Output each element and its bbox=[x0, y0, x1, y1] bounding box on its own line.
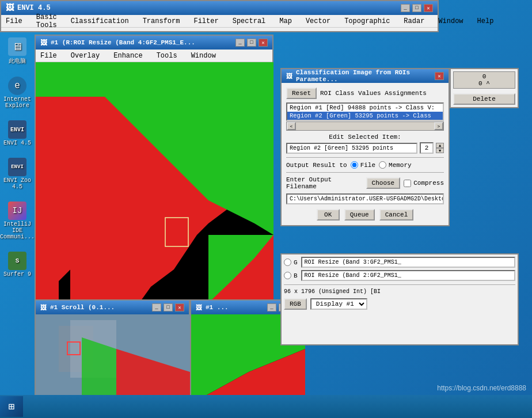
desktop-icon-intellij[interactable]: IJ IntelliJ IDECommuni... bbox=[3, 202, 32, 240]
number-spinner[interactable]: ▲ ▼ bbox=[436, 143, 444, 153]
roi-label: ROI Class Values Assignments bbox=[320, 90, 427, 97]
desktop-icon-ie[interactable]: e InternetExplore bbox=[3, 77, 32, 109]
desktop-icon-envi-zoo[interactable]: ENVI ENVI Zoo4.5 bbox=[3, 158, 32, 190]
scroll-max-btn[interactable]: □ bbox=[164, 303, 173, 311]
file-radio[interactable] bbox=[351, 161, 358, 169]
compress-checkbox[interactable] bbox=[404, 180, 411, 187]
dialog-icon: 🖼 bbox=[286, 73, 292, 80]
svg-marker-4 bbox=[36, 62, 273, 97]
img1-close-btn[interactable]: ✕ bbox=[259, 39, 268, 47]
output-row: Output Result to File Memory bbox=[286, 161, 444, 169]
dialog-close-btn[interactable]: ✕ bbox=[435, 72, 444, 80]
spinner-down[interactable]: ▼ bbox=[436, 148, 444, 153]
img1-menu-overlay[interactable]: Overlay bbox=[69, 52, 102, 60]
img1-menu-enhance[interactable]: Enhance bbox=[111, 52, 145, 60]
display-select[interactable]: Display #1 bbox=[310, 298, 367, 310]
menu-classification[interactable]: Classification bbox=[69, 17, 131, 25]
choose-button[interactable]: Choose bbox=[366, 177, 401, 189]
img1-menu-window[interactable]: Window bbox=[189, 52, 218, 60]
reset-roi-row: Reset ROI Class Values Assignments bbox=[286, 88, 444, 99]
file-radio-label[interactable]: File bbox=[351, 161, 375, 169]
menu-window[interactable]: Window bbox=[436, 17, 465, 25]
scroll-min-btn[interactable]: _ bbox=[152, 303, 161, 311]
ok-button[interactable]: OK bbox=[317, 209, 340, 221]
satellite-image-canvas[interactable] bbox=[36, 62, 273, 303]
desktop-icon-computer[interactable]: 🖥 此电脑 bbox=[3, 37, 32, 65]
memory-radio[interactable] bbox=[379, 161, 386, 169]
reset-button[interactable]: Reset bbox=[286, 88, 317, 99]
img-window-1-menu-bar: File Overlay Enhance Tools Window bbox=[36, 50, 272, 62]
menu-help[interactable]: Help bbox=[475, 17, 496, 25]
menu-file[interactable]: File bbox=[3, 17, 25, 25]
img1-menu-tools[interactable]: Tools bbox=[154, 52, 180, 60]
edit-region-field[interactable]: Region #2 [Green] 53295 points bbox=[286, 143, 417, 154]
classification-dialog-title-bar: 🖼 Classification Image from ROIs Paramet… bbox=[282, 69, 449, 83]
envi-title: ENVI 4.5 bbox=[17, 4, 51, 12]
bottom-min-btn[interactable]: _ bbox=[267, 303, 276, 311]
menu-spectral[interactable]: Spectral bbox=[230, 17, 268, 25]
rgb-button[interactable]: RGB bbox=[284, 298, 307, 310]
classification-dialog: 🖼 Classification Image from ROIs Paramet… bbox=[280, 68, 450, 226]
menu-filter[interactable]: Filter bbox=[191, 17, 221, 25]
g-radio-label[interactable]: G bbox=[284, 259, 298, 266]
spinner-up[interactable]: ▲ bbox=[436, 143, 444, 148]
envi-maximize-btn[interactable]: □ bbox=[412, 4, 421, 12]
img1-maximize-btn[interactable]: □ bbox=[247, 39, 256, 47]
filename-row: Enter Output Filename Choose Compress bbox=[286, 176, 444, 190]
scroll-image-canvas[interactable] bbox=[36, 314, 190, 404]
rgb-display-row: RGB Display #1 bbox=[284, 298, 515, 310]
region2-item[interactable]: Region #2 [Green] 53295 points -> Class bbox=[287, 112, 443, 120]
menu-radar[interactable]: Radar bbox=[401, 17, 427, 25]
windows-logo: ⊞ bbox=[9, 400, 15, 413]
listbox-scrollbar[interactable]: < > bbox=[286, 121, 444, 131]
filepath-field[interactable]: C:\Users\Administrator.USER-USFGADMG2D\D… bbox=[286, 193, 444, 204]
menu-map[interactable]: Map bbox=[277, 17, 294, 25]
scroll-left-btn[interactable]: < bbox=[287, 122, 296, 130]
img-icon: 🖼 bbox=[40, 39, 47, 47]
b-band-field[interactable]: ROI Resize (Band 2:GF2_PMS1_ bbox=[301, 270, 515, 281]
region-listbox[interactable]: Region #1 [Red] 94888 points -> Class V:… bbox=[286, 102, 444, 121]
queue-button[interactable]: Queue bbox=[344, 209, 375, 221]
menu-vector[interactable]: Vector bbox=[303, 17, 333, 25]
satellite-image-svg bbox=[36, 62, 273, 303]
b-radio[interactable] bbox=[284, 272, 291, 279]
start-button[interactable]: ⊞ bbox=[0, 396, 23, 417]
desktop-icon-surfer[interactable]: S Surfer 9 bbox=[3, 252, 32, 278]
scroll-window-title-bar: 🖼 #1 Scroll (0.1... _ □ ✕ bbox=[36, 301, 189, 314]
img1-menu-file[interactable]: File bbox=[38, 52, 59, 60]
svg-marker-14 bbox=[82, 337, 116, 404]
compress-label: Compress bbox=[404, 180, 444, 187]
divider-1 bbox=[286, 157, 444, 158]
right-panel: 0 0 ^ Delete bbox=[450, 68, 519, 108]
scroll-window-title: #1 Scroll (0.1... bbox=[50, 304, 115, 311]
edit-number-field[interactable]: 2 bbox=[420, 142, 434, 154]
g-radio[interactable] bbox=[284, 259, 291, 266]
envi-minimize-btn[interactable]: _ bbox=[401, 4, 410, 12]
scroll-close-btn[interactable]: ✕ bbox=[175, 303, 184, 311]
b-band-row: B ROI Resize (Band 2:GF2_PMS1_ bbox=[284, 270, 515, 281]
bottom-window-title: #1 ... bbox=[206, 304, 229, 311]
output-label: Output Result to bbox=[286, 162, 347, 169]
region1-item[interactable]: Region #1 [Red] 94888 points -> Class V: bbox=[287, 104, 443, 112]
desktop-icon-envi[interactable]: ENVI ENVI 4.5 bbox=[3, 120, 32, 146]
cancel-button[interactable]: Cancel bbox=[379, 209, 414, 221]
memory-radio-label[interactable]: Memory bbox=[379, 161, 412, 169]
b-label: B bbox=[294, 272, 298, 279]
delete-button[interactable]: Delete bbox=[453, 93, 515, 105]
divider-2 bbox=[286, 172, 444, 173]
menu-topographic[interactable]: Topographic bbox=[342, 17, 392, 25]
menu-transform[interactable]: Transform bbox=[140, 17, 183, 25]
image-window-1: 🖼 #1 (R:ROI Resize (Band 4:GF2_PMS1_E...… bbox=[35, 35, 273, 305]
classification-dialog-body: Reset ROI Class Values Assignments Regio… bbox=[282, 83, 449, 225]
scroll-image-svg bbox=[36, 314, 190, 404]
edit-selected-label: Edit Selected Item: bbox=[329, 134, 401, 140]
size-info: 96 x 1796 (Unsigned Int) [BI bbox=[284, 288, 381, 295]
desktop-icons: 🖥 此电脑 e InternetExplore ENVI ENVI 4.5 EN… bbox=[0, 35, 35, 280]
envi-main-window: 🖼 ENVI 4.5 _ □ ✕ File Basic Tools Classi… bbox=[0, 0, 439, 32]
envi-close-btn[interactable]: ✕ bbox=[424, 4, 433, 12]
scroll-right-btn[interactable]: > bbox=[434, 122, 443, 130]
menu-basic-tools[interactable]: Basic Tools bbox=[34, 13, 59, 29]
g-band-field[interactable]: ROI Resize (Band 3:GF2_PMS1_ bbox=[301, 257, 515, 268]
b-radio-label[interactable]: B bbox=[284, 272, 298, 279]
img1-minimize-btn[interactable]: _ bbox=[235, 39, 245, 47]
